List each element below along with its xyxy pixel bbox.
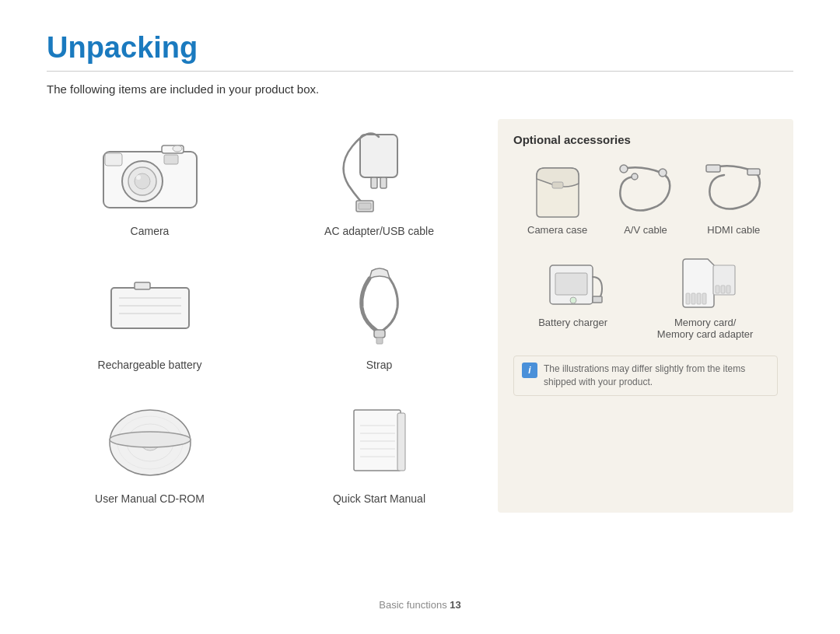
svg-point-36	[659, 169, 667, 177]
svg-rect-14	[111, 288, 189, 328]
svg-rect-47	[702, 293, 706, 304]
camera-image	[88, 127, 212, 220]
items-grid: Camera	[47, 119, 482, 513]
item-battery: Rechargeable battery	[47, 253, 253, 379]
page-container: Unpacking The following items are includ…	[0, 0, 840, 544]
svg-rect-9	[360, 135, 397, 177]
svg-rect-41	[555, 273, 587, 295]
svg-rect-42	[593, 296, 602, 303]
opt-item-battery-charger: Battery charger	[538, 251, 608, 340]
camera-case-label: Camera case	[527, 224, 587, 236]
svg-rect-39	[747, 169, 760, 175]
optional-title: Optional accessories	[513, 133, 778, 146]
svg-point-43	[570, 297, 576, 303]
item-ac-adapter: AC adapter/USB cable	[276, 119, 482, 245]
svg-rect-28	[397, 413, 405, 471]
svg-rect-15	[135, 282, 150, 289]
svg-rect-50	[721, 285, 725, 293]
svg-rect-10	[371, 177, 377, 188]
page-footer: Basic functions 13	[0, 599, 840, 611]
svg-rect-44	[686, 293, 690, 304]
svg-point-7	[173, 145, 182, 152]
svg-rect-51	[726, 285, 730, 293]
item-camera: Camera	[47, 119, 253, 245]
cd-image	[88, 394, 212, 488]
hdmi-cable-image	[698, 159, 768, 221]
svg-rect-11	[380, 177, 387, 188]
svg-point-4	[136, 175, 141, 180]
svg-rect-13	[359, 203, 371, 209]
manual-image	[317, 394, 442, 488]
note-text: The illustrations may differ slightly fr…	[544, 363, 769, 389]
opt-item-camera-case: Camera case	[523, 159, 593, 236]
note-box: i The illustrations may differ slightly …	[513, 356, 778, 396]
svg-rect-6	[164, 155, 178, 164]
main-content: Camera	[47, 119, 793, 513]
svg-rect-34	[552, 182, 563, 188]
svg-rect-8	[105, 153, 122, 166]
svg-point-35	[620, 165, 628, 173]
svg-rect-19	[374, 330, 385, 338]
item-manual: Quick Start Manual	[276, 387, 482, 513]
svg-point-26	[110, 432, 191, 447]
strap-label: Strap	[366, 359, 392, 371]
opt-item-av-cable: A/V cable	[611, 159, 681, 236]
memory-card-label: Memory card/ Memory card adapter	[657, 317, 754, 340]
manual-label: Quick Start Manual	[333, 492, 425, 505]
hdmi-cable-label: HDMI cable	[707, 224, 760, 236]
ac-adapter-image	[317, 127, 442, 220]
note-icon: i	[522, 363, 537, 378]
svg-rect-49	[716, 285, 719, 293]
page-title: Unpacking	[47, 31, 793, 65]
svg-rect-27	[354, 410, 401, 471]
footer-page-number: 13	[450, 599, 460, 611]
battery-charger-label: Battery charger	[538, 317, 607, 328]
ac-adapter-label: AC adapter/USB cable	[324, 225, 434, 237]
svg-rect-45	[691, 293, 695, 304]
camera-case-image	[523, 159, 593, 221]
optional-row-1: Camera case	[513, 159, 778, 236]
optional-accessories-box: Optional accessories Camera	[498, 119, 793, 513]
battery-label: Rechargeable battery	[98, 359, 202, 371]
battery-image	[88, 261, 212, 354]
svg-rect-38	[706, 165, 720, 172]
camera-label: Camera	[131, 225, 170, 237]
av-cable-image	[611, 159, 681, 221]
memory-card-image	[670, 251, 740, 313]
item-cd: User Manual CD-ROM	[47, 387, 253, 513]
svg-rect-20	[376, 338, 383, 344]
opt-item-memory-card: Memory card/ Memory card adapter	[657, 251, 754, 340]
strap-image	[317, 261, 442, 354]
footer-prefix: Basic functions	[379, 599, 446, 611]
opt-item-hdmi-cable: HDMI cable	[698, 159, 768, 236]
title-divider	[47, 71, 793, 72]
av-cable-label: A/V cable	[624, 224, 667, 236]
cd-label: User Manual CD-ROM	[95, 492, 205, 505]
battery-charger-image	[538, 251, 608, 313]
item-strap: Strap	[276, 253, 482, 379]
page-subtitle: The following items are included in your…	[47, 82, 793, 96]
svg-rect-46	[697, 293, 701, 304]
optional-row-2: Battery charger	[513, 251, 778, 340]
svg-point-37	[632, 173, 638, 180]
